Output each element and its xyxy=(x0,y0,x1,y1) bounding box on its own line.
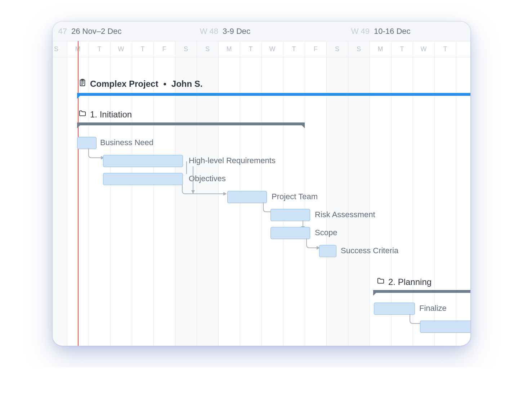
day-label: M xyxy=(370,41,391,57)
day-label: T xyxy=(434,41,456,57)
task-bar[interactable] xyxy=(77,137,97,149)
day-column xyxy=(434,22,456,346)
project-title: Complex Project xyxy=(90,79,158,89)
task-bar[interactable] xyxy=(271,227,310,239)
group-title: 1. Initiation xyxy=(90,110,132,120)
task-bar[interactable] xyxy=(319,245,336,257)
day-column xyxy=(283,22,305,346)
task-label: Project Team xyxy=(272,191,318,202)
day-column xyxy=(391,22,413,346)
group-title: 2. Planning xyxy=(388,277,432,287)
day-label: F xyxy=(153,41,175,57)
day-column xyxy=(240,22,262,346)
day-label: T xyxy=(283,41,305,57)
task-label: Objectives xyxy=(189,173,226,184)
task-label: Scope xyxy=(315,227,337,238)
project-icon xyxy=(79,79,86,89)
day-column xyxy=(413,22,435,346)
task-label: Success Criteria xyxy=(341,245,398,256)
folder-icon xyxy=(79,110,86,120)
app-frame: 47 26 Nov–2 Dec W 48 3-9 Dec W 49 10-16 … xyxy=(53,22,470,346)
task-label: Business Need xyxy=(100,137,153,148)
day-column xyxy=(456,22,470,346)
week-range-label: 10-16 Dec xyxy=(374,27,411,36)
week-header[interactable]: 10-16 Dec xyxy=(370,22,470,41)
day-label: S xyxy=(348,41,370,57)
day-label: S xyxy=(197,41,218,57)
week-range-label: 26 Nov–2 Dec xyxy=(71,27,121,36)
group-row[interactable]: 1. Initiation xyxy=(79,106,132,123)
day-label: S xyxy=(326,41,348,57)
task-label: Risk Assessment xyxy=(315,209,375,220)
task-bar[interactable] xyxy=(103,155,183,167)
day-label: W xyxy=(413,41,434,57)
day-label: S xyxy=(175,41,197,57)
folder-icon xyxy=(377,277,385,287)
day-label: T xyxy=(391,41,413,57)
week-range-label: 3-9 Dec xyxy=(223,27,250,36)
project-row[interactable]: Complex Project • John S. xyxy=(79,76,202,92)
day-label: S xyxy=(53,41,67,57)
gantt-scroll: 47 26 Nov–2 Dec W 48 3-9 Dec W 49 10-16 … xyxy=(53,22,470,346)
day-column xyxy=(326,22,348,346)
task-label: Finalize xyxy=(419,303,447,314)
day-label: T xyxy=(132,41,153,57)
day-label: F xyxy=(305,41,326,57)
task-bar[interactable] xyxy=(227,191,267,203)
day-label: W xyxy=(110,41,132,57)
group-row[interactable]: 2. Planning xyxy=(377,274,432,290)
group-summary-bar[interactable] xyxy=(373,290,470,293)
task-bar[interactable] xyxy=(374,303,415,315)
day-label: M xyxy=(218,41,240,57)
week-header[interactable]: 26 Nov–2 Dec W 48 xyxy=(67,22,223,41)
day-label: W xyxy=(262,41,283,57)
week-header[interactable]: 3-9 Dec W 49 xyxy=(218,22,374,41)
gantt-viewport[interactable]: 47 26 Nov–2 Dec W 48 3-9 Dec W 49 10-16 … xyxy=(53,22,470,346)
project-summary-bar[interactable] xyxy=(77,93,470,96)
day-label: T xyxy=(240,41,262,57)
day-column xyxy=(262,22,283,346)
day-column xyxy=(305,22,327,346)
day-column xyxy=(53,22,67,346)
day-column xyxy=(348,22,370,346)
week-number-label: W 48 xyxy=(200,22,218,41)
task-bar[interactable] xyxy=(271,209,310,221)
separator-dot: • xyxy=(162,79,167,89)
task-bar[interactable] xyxy=(103,173,183,185)
task-bar[interactable] xyxy=(420,321,470,333)
day-label: T xyxy=(89,41,110,57)
project-owner: John S. xyxy=(171,79,203,89)
group-summary-bar[interactable] xyxy=(77,122,305,125)
week-number-label: W 49 xyxy=(351,22,370,41)
task-label: High-level Requirements xyxy=(189,155,276,166)
day-column xyxy=(370,22,392,346)
